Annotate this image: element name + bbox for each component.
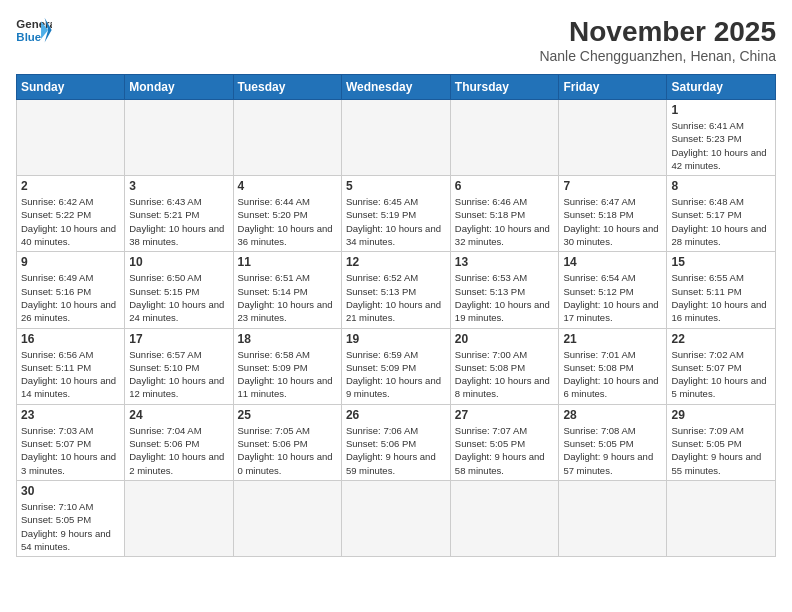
calendar-row-1: 1 Sunrise: 6:41 AMSunset: 5:23 PMDayligh…: [17, 100, 776, 176]
day-info: Sunrise: 6:52 AMSunset: 5:13 PMDaylight:…: [346, 272, 441, 323]
empty-cell: [559, 480, 667, 556]
day-info: Sunrise: 6:46 AMSunset: 5:18 PMDaylight:…: [455, 196, 550, 247]
day-number: 6: [455, 179, 555, 193]
svg-text:Blue: Blue: [16, 31, 41, 43]
weekday-header-row: Sunday Monday Tuesday Wednesday Thursday…: [17, 75, 776, 100]
calendar-row-5: 23 Sunrise: 7:03 AMSunset: 5:07 PMDaylig…: [17, 404, 776, 480]
day-cell-6: 6 Sunrise: 6:46 AMSunset: 5:18 PMDayligh…: [450, 176, 559, 252]
day-info: Sunrise: 6:48 AMSunset: 5:17 PMDaylight:…: [671, 196, 766, 247]
day-cell-10: 10 Sunrise: 6:50 AMSunset: 5:15 PMDaylig…: [125, 252, 233, 328]
day-info: Sunrise: 6:43 AMSunset: 5:21 PMDaylight:…: [129, 196, 224, 247]
day-cell-24: 24 Sunrise: 7:04 AMSunset: 5:06 PMDaylig…: [125, 404, 233, 480]
day-number: 23: [21, 408, 120, 422]
day-number: 27: [455, 408, 555, 422]
day-cell-7: 7 Sunrise: 6:47 AMSunset: 5:18 PMDayligh…: [559, 176, 667, 252]
calendar-table: Sunday Monday Tuesday Wednesday Thursday…: [16, 74, 776, 557]
day-info: Sunrise: 6:51 AMSunset: 5:14 PMDaylight:…: [238, 272, 333, 323]
location-title: Nanle Chengguanzhen, Henan, China: [539, 48, 776, 64]
day-info: Sunrise: 7:01 AMSunset: 5:08 PMDaylight:…: [563, 349, 658, 400]
header-friday: Friday: [559, 75, 667, 100]
month-title: November 2025: [539, 16, 776, 48]
day-number: 24: [129, 408, 228, 422]
day-cell-30: 30 Sunrise: 7:10 AMSunset: 5:05 PMDaylig…: [17, 480, 125, 556]
day-info: Sunrise: 6:56 AMSunset: 5:11 PMDaylight:…: [21, 349, 116, 400]
day-cell-25: 25 Sunrise: 7:05 AMSunset: 5:06 PMDaylig…: [233, 404, 341, 480]
day-info: Sunrise: 7:07 AMSunset: 5:05 PMDaylight:…: [455, 425, 545, 476]
empty-cell: [341, 480, 450, 556]
day-number: 19: [346, 332, 446, 346]
day-number: 14: [563, 255, 662, 269]
day-cell-14: 14 Sunrise: 6:54 AMSunset: 5:12 PMDaylig…: [559, 252, 667, 328]
empty-cell: [125, 480, 233, 556]
day-number: 12: [346, 255, 446, 269]
day-number: 21: [563, 332, 662, 346]
day-number: 17: [129, 332, 228, 346]
day-info: Sunrise: 6:45 AMSunset: 5:19 PMDaylight:…: [346, 196, 441, 247]
empty-cell: [667, 480, 776, 556]
day-info: Sunrise: 6:55 AMSunset: 5:11 PMDaylight:…: [671, 272, 766, 323]
day-info: Sunrise: 7:09 AMSunset: 5:05 PMDaylight:…: [671, 425, 761, 476]
day-cell-11: 11 Sunrise: 6:51 AMSunset: 5:14 PMDaylig…: [233, 252, 341, 328]
day-number: 22: [671, 332, 771, 346]
day-info: Sunrise: 7:06 AMSunset: 5:06 PMDaylight:…: [346, 425, 436, 476]
header-thursday: Thursday: [450, 75, 559, 100]
day-cell-3: 3 Sunrise: 6:43 AMSunset: 5:21 PMDayligh…: [125, 176, 233, 252]
calendar-row-2: 2 Sunrise: 6:42 AMSunset: 5:22 PMDayligh…: [17, 176, 776, 252]
day-cell-17: 17 Sunrise: 6:57 AMSunset: 5:10 PMDaylig…: [125, 328, 233, 404]
logo: General Blue: [16, 16, 52, 46]
day-info: Sunrise: 7:10 AMSunset: 5:05 PMDaylight:…: [21, 501, 111, 552]
day-cell-19: 19 Sunrise: 6:59 AMSunset: 5:09 PMDaylig…: [341, 328, 450, 404]
header-sunday: Sunday: [17, 75, 125, 100]
logo-icon: General Blue: [16, 16, 52, 46]
day-info: Sunrise: 6:42 AMSunset: 5:22 PMDaylight:…: [21, 196, 116, 247]
empty-cell: [450, 480, 559, 556]
day-number: 13: [455, 255, 555, 269]
page-header: General Blue November 2025 Nanle Chenggu…: [16, 16, 776, 64]
day-cell-15: 15 Sunrise: 6:55 AMSunset: 5:11 PMDaylig…: [667, 252, 776, 328]
day-cell-12: 12 Sunrise: 6:52 AMSunset: 5:13 PMDaylig…: [341, 252, 450, 328]
day-cell-4: 4 Sunrise: 6:44 AMSunset: 5:20 PMDayligh…: [233, 176, 341, 252]
day-number: 20: [455, 332, 555, 346]
day-cell-13: 13 Sunrise: 6:53 AMSunset: 5:13 PMDaylig…: [450, 252, 559, 328]
day-cell-18: 18 Sunrise: 6:58 AMSunset: 5:09 PMDaylig…: [233, 328, 341, 404]
day-number: 3: [129, 179, 228, 193]
day-number: 11: [238, 255, 337, 269]
day-number: 15: [671, 255, 771, 269]
title-block: November 2025 Nanle Chengguanzhen, Henan…: [539, 16, 776, 64]
empty-cell: [341, 100, 450, 176]
day-number: 30: [21, 484, 120, 498]
day-cell-27: 27 Sunrise: 7:07 AMSunset: 5:05 PMDaylig…: [450, 404, 559, 480]
day-info: Sunrise: 6:47 AMSunset: 5:18 PMDaylight:…: [563, 196, 658, 247]
day-info: Sunrise: 6:58 AMSunset: 5:09 PMDaylight:…: [238, 349, 333, 400]
empty-cell: [450, 100, 559, 176]
day-number: 18: [238, 332, 337, 346]
empty-cell: [559, 100, 667, 176]
day-info: Sunrise: 6:49 AMSunset: 5:16 PMDaylight:…: [21, 272, 116, 323]
day-info: Sunrise: 6:57 AMSunset: 5:10 PMDaylight:…: [129, 349, 224, 400]
day-info: Sunrise: 6:59 AMSunset: 5:09 PMDaylight:…: [346, 349, 441, 400]
empty-cell: [233, 100, 341, 176]
day-number: 29: [671, 408, 771, 422]
day-info: Sunrise: 6:53 AMSunset: 5:13 PMDaylight:…: [455, 272, 550, 323]
day-info: Sunrise: 7:02 AMSunset: 5:07 PMDaylight:…: [671, 349, 766, 400]
day-cell-2: 2 Sunrise: 6:42 AMSunset: 5:22 PMDayligh…: [17, 176, 125, 252]
header-wednesday: Wednesday: [341, 75, 450, 100]
day-cell-16: 16 Sunrise: 6:56 AMSunset: 5:11 PMDaylig…: [17, 328, 125, 404]
day-number: 5: [346, 179, 446, 193]
day-cell-29: 29 Sunrise: 7:09 AMSunset: 5:05 PMDaylig…: [667, 404, 776, 480]
day-info: Sunrise: 7:04 AMSunset: 5:06 PMDaylight:…: [129, 425, 224, 476]
day-info: Sunrise: 7:08 AMSunset: 5:05 PMDaylight:…: [563, 425, 653, 476]
day-cell-22: 22 Sunrise: 7:02 AMSunset: 5:07 PMDaylig…: [667, 328, 776, 404]
empty-cell: [125, 100, 233, 176]
day-cell-9: 9 Sunrise: 6:49 AMSunset: 5:16 PMDayligh…: [17, 252, 125, 328]
day-info: Sunrise: 7:05 AMSunset: 5:06 PMDaylight:…: [238, 425, 333, 476]
day-info: Sunrise: 7:00 AMSunset: 5:08 PMDaylight:…: [455, 349, 550, 400]
day-cell-1: 1 Sunrise: 6:41 AMSunset: 5:23 PMDayligh…: [667, 100, 776, 176]
day-number: 25: [238, 408, 337, 422]
day-number: 4: [238, 179, 337, 193]
header-saturday: Saturday: [667, 75, 776, 100]
calendar-row-4: 16 Sunrise: 6:56 AMSunset: 5:11 PMDaylig…: [17, 328, 776, 404]
empty-cell: [233, 480, 341, 556]
calendar-row-6: 30 Sunrise: 7:10 AMSunset: 5:05 PMDaylig…: [17, 480, 776, 556]
day-number: 28: [563, 408, 662, 422]
